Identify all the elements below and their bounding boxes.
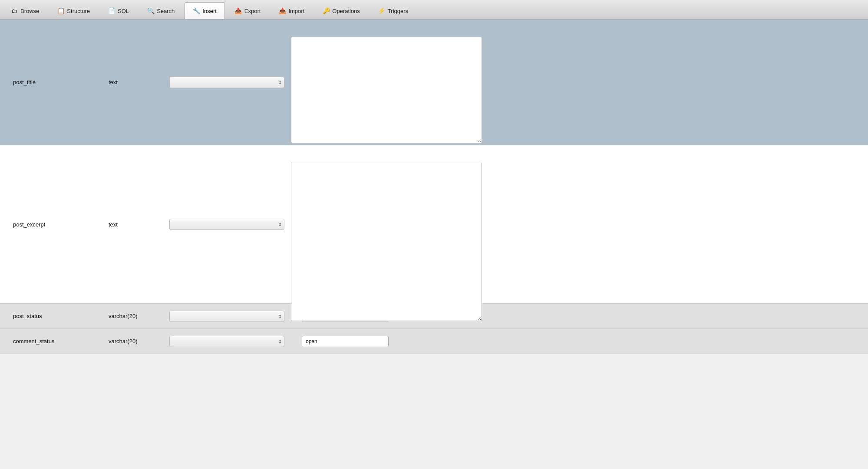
comment-status-field-name: comment_status [13, 338, 100, 344]
post-excerpt-function-select[interactable] [169, 219, 284, 230]
tab-sql-label: SQL [118, 8, 129, 14]
tab-search[interactable]: 🔍 Search [139, 2, 183, 19]
post-excerpt-field-name: post_excerpt [13, 221, 100, 228]
field-row-comment-status: comment_status varchar(20) [0, 329, 868, 354]
post-excerpt-select-wrapper [169, 219, 284, 230]
import-icon: 📥 [279, 7, 286, 14]
browse-icon: 🗂 [11, 7, 18, 14]
post-excerpt-field-type: text [109, 221, 161, 228]
comment-status-field-type: varchar(20) [109, 338, 161, 344]
post-title-field-type: text [109, 79, 161, 85]
post-excerpt-textarea[interactable] [291, 163, 482, 321]
comment-status-function-select[interactable] [169, 336, 284, 347]
post-status-select-wrapper [169, 311, 284, 322]
post-title-function-select[interactable] [169, 77, 284, 88]
tab-export-label: Export [244, 8, 261, 14]
comment-status-value-input[interactable] [302, 336, 389, 347]
tab-browse[interactable]: 🗂 Browse [3, 2, 47, 19]
tab-browse-label: Browse [20, 8, 39, 14]
tab-bar: 🗂 Browse 📋 Structure 📄 SQL 🔍 Search 🔧 In… [0, 0, 868, 20]
field-row-post-excerpt: post_excerpt text [0, 145, 868, 304]
tab-operations-label: Operations [332, 8, 360, 14]
search-icon: 🔍 [147, 7, 154, 14]
tab-search-label: Search [157, 8, 175, 14]
post-title-left: post_title text [13, 77, 284, 88]
tab-insert-label: Insert [202, 8, 217, 14]
post-title-field-name: post_title [13, 79, 100, 85]
tab-insert[interactable]: 🔧 Insert [185, 2, 225, 19]
tab-import-label: Import [288, 8, 304, 14]
post-status-field-name: post_status [13, 313, 100, 319]
triggers-icon: ⚡ [378, 7, 385, 14]
tab-structure-label: Structure [67, 8, 90, 14]
tab-triggers-label: Triggers [388, 8, 408, 14]
sql-icon: 📄 [108, 7, 115, 14]
tab-structure[interactable]: 📋 Structure [49, 2, 98, 19]
post-title-textarea[interactable] [291, 37, 482, 143]
tab-export[interactable]: 📤 Export [227, 2, 269, 19]
main-content: post_title text post_excerpt text post_s… [0, 20, 868, 354]
post-excerpt-left: post_excerpt text [13, 219, 284, 230]
structure-icon: 📋 [57, 7, 64, 14]
tab-operations[interactable]: 🔑 Operations [314, 2, 368, 19]
insert-icon: 🔧 [193, 7, 200, 14]
tab-import[interactable]: 📥 Import [271, 2, 313, 19]
field-row-post-title: post_title text [0, 20, 868, 145]
export-icon: 📤 [235, 7, 242, 14]
tab-sql[interactable]: 📄 SQL [100, 2, 137, 19]
tab-triggers[interactable]: ⚡ Triggers [370, 2, 416, 19]
post-status-field-type: varchar(20) [109, 313, 161, 319]
operations-icon: 🔑 [323, 7, 330, 14]
post-status-function-select[interactable] [169, 311, 284, 322]
post-title-select-wrapper [169, 77, 284, 88]
comment-status-select-wrapper [169, 336, 284, 347]
